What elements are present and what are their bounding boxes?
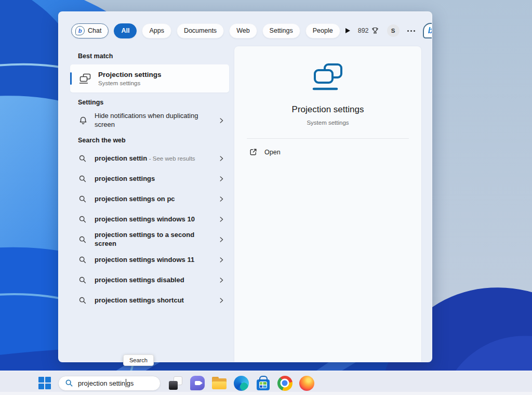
best-match-text: Projection settings System settings bbox=[98, 71, 162, 87]
preview-title: Projection settings bbox=[234, 104, 421, 115]
search-icon bbox=[78, 235, 88, 244]
search-web-header: Search the web bbox=[78, 137, 229, 144]
tab-chat-label: Chat bbox=[88, 27, 101, 34]
chevron-right-icon[interactable] bbox=[218, 195, 225, 203]
taskbar-search-text: projection settings bbox=[78, 379, 134, 387]
web-suggestion-label: projection settings shortcut bbox=[95, 296, 184, 305]
web-suggestion-label: projection settings windows 11 bbox=[95, 256, 194, 265]
search-icon bbox=[78, 215, 88, 223]
filter-tabs: All Apps Documents Web Setti bbox=[114, 23, 340, 38]
search-flyout: b Chat All Apps Documents bbox=[58, 11, 432, 362]
chevron-right-icon[interactable] bbox=[218, 175, 225, 182]
web-suggestion[interactable]: projection settings windows 10 bbox=[70, 209, 229, 229]
open-action[interactable]: Open bbox=[240, 143, 416, 161]
web-suggestion-label: projection settings bbox=[95, 175, 155, 183]
search-tooltip: Search bbox=[123, 354, 154, 366]
bing-icon: b bbox=[75, 26, 85, 35]
web-suggestion[interactable]: projection settin - See web results bbox=[70, 149, 229, 168]
search-icon bbox=[78, 154, 88, 163]
settings-results: Hide notifications when duplicating scre… bbox=[70, 111, 229, 130]
start-button[interactable] bbox=[38, 377, 51, 390]
edge-icon[interactable] bbox=[233, 375, 249, 391]
filter-tab-label: Web bbox=[236, 27, 249, 34]
preview-divider bbox=[247, 138, 409, 139]
search-icon bbox=[78, 175, 88, 183]
search-icon bbox=[78, 195, 88, 203]
preview-subtitle: System settings bbox=[234, 120, 421, 126]
account-avatar[interactable]: S bbox=[387, 24, 400, 37]
filter-tab[interactable]: Apps bbox=[142, 23, 171, 38]
search-icon bbox=[78, 296, 88, 305]
chevron-right-icon[interactable] bbox=[218, 117, 225, 124]
settings-result[interactable]: Hide notifications when duplicating scre… bbox=[70, 111, 229, 130]
filter-tab-label: All bbox=[121, 27, 129, 34]
trophy-icon bbox=[371, 27, 379, 35]
search-filter-bar: b Chat All Apps Documents bbox=[71, 23, 422, 38]
search-tooltip-label: Search bbox=[129, 357, 148, 363]
best-match-result[interactable]: Projection settings System settings bbox=[70, 64, 229, 93]
filter-tab[interactable]: Web bbox=[229, 23, 257, 38]
taskbar-app-icons bbox=[168, 375, 314, 391]
bing-chat-icon[interactable]: b bbox=[423, 23, 432, 38]
task-view-icon[interactable] bbox=[168, 375, 183, 391]
web-suggestion-label: projection settings disabled bbox=[95, 276, 184, 285]
preview-panel: Projection settings System settings Open bbox=[234, 46, 421, 362]
projection-screens-icon bbox=[78, 73, 91, 85]
open-external-icon bbox=[249, 148, 258, 156]
web-suggestion[interactable]: projection settings windows 11 bbox=[70, 250, 229, 270]
best-match-subtitle: System settings bbox=[98, 80, 162, 86]
avatar-initial: S bbox=[391, 28, 395, 34]
teams-chat-icon[interactable] bbox=[190, 375, 205, 391]
web-results: projection settin - See web results proj… bbox=[70, 149, 229, 310]
web-suggestion[interactable]: projection settings to a second screen bbox=[70, 230, 229, 249]
chevron-right-icon[interactable] bbox=[218, 155, 225, 162]
chevron-right-icon[interactable] bbox=[218, 256, 225, 264]
web-suggestion[interactable]: projection settings shortcut bbox=[70, 291, 229, 310]
results-column: Best match Projection settings System se… bbox=[70, 46, 229, 311]
web-suggestion[interactable]: projection settings disabled bbox=[70, 270, 229, 290]
taskbar-search-input[interactable]: projection settings bbox=[58, 376, 161, 391]
desktop: b Chat All Apps Documents bbox=[0, 0, 532, 395]
filter-tab[interactable]: Documents bbox=[177, 23, 224, 38]
filter-tab-label: People bbox=[313, 27, 333, 34]
expand-filters-icon[interactable] bbox=[345, 28, 350, 33]
search-bar-right-cluster: 892 S b bbox=[345, 23, 432, 38]
projection-screens-icon-large bbox=[312, 63, 343, 92]
filter-tab-label: Documents bbox=[184, 27, 217, 34]
rewards-counter[interactable]: 892 bbox=[358, 27, 379, 35]
web-suggestion[interactable]: projection settings on pc bbox=[70, 189, 229, 209]
filter-tab-label: Settings bbox=[270, 27, 293, 34]
web-suggestion[interactable]: projection settings bbox=[70, 169, 229, 189]
web-suggestion-label: projection settin - See web results bbox=[95, 154, 195, 163]
open-label: Open bbox=[264, 149, 281, 156]
chevron-right-icon[interactable] bbox=[218, 297, 225, 304]
web-suggestion-label: projection settings to a second screen bbox=[95, 231, 211, 248]
web-suggestion-label: projection settings windows 10 bbox=[95, 215, 195, 224]
best-match-header: Best match bbox=[78, 52, 229, 60]
chevron-right-icon[interactable] bbox=[218, 236, 225, 243]
filter-tab[interactable]: Settings bbox=[262, 23, 300, 38]
chevron-right-icon[interactable] bbox=[218, 216, 225, 223]
settings-header: Settings bbox=[78, 99, 229, 106]
see-web-results-suffix: - See web results bbox=[149, 155, 195, 162]
more-options-icon[interactable] bbox=[407, 30, 415, 32]
web-suggestion-label: projection settings on pc bbox=[95, 195, 175, 204]
best-match-title: Projection settings bbox=[98, 71, 162, 80]
taskbar: projection settings bbox=[0, 371, 532, 395]
microsoft-store-icon[interactable] bbox=[255, 375, 271, 391]
selection-indicator bbox=[70, 72, 72, 85]
chevron-right-icon[interactable] bbox=[218, 276, 225, 284]
firefox-icon[interactable] bbox=[299, 375, 314, 391]
tab-chat[interactable]: b Chat bbox=[71, 23, 109, 38]
rewards-count: 892 bbox=[358, 27, 369, 34]
bell-icon bbox=[78, 116, 88, 125]
filter-tab-label: Apps bbox=[149, 27, 164, 34]
filter-tab[interactable]: People bbox=[305, 23, 340, 38]
search-icon bbox=[65, 379, 73, 387]
file-explorer-icon[interactable] bbox=[211, 375, 227, 391]
preview-top: Projection settings System settings bbox=[234, 46, 421, 126]
chrome-icon[interactable] bbox=[277, 375, 292, 391]
filter-tab[interactable]: All bbox=[114, 23, 137, 38]
search-icon bbox=[78, 276, 88, 284]
search-icon bbox=[78, 256, 88, 264]
